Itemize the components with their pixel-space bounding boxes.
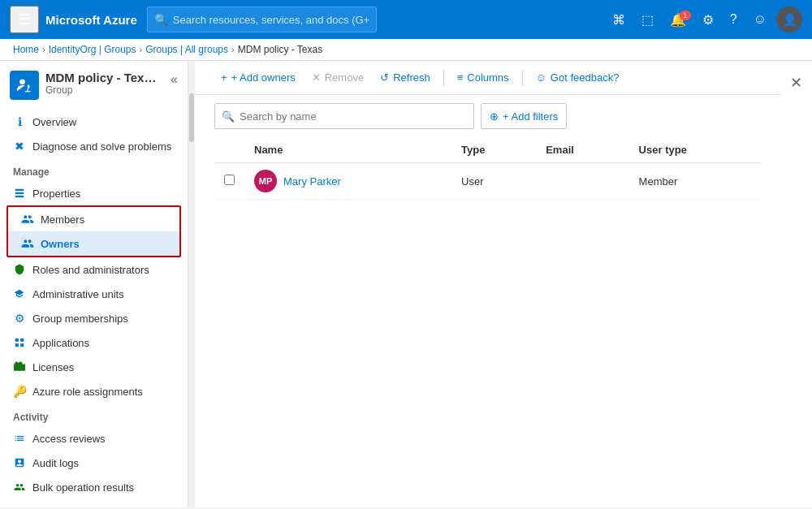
- row-checkbox[interactable]: [224, 175, 235, 185]
- settings-button[interactable]: ⚙: [696, 9, 720, 31]
- app-logo: Microsoft Azure: [45, 13, 137, 27]
- columns-label: Columns: [467, 71, 508, 84]
- refresh-button[interactable]: ↺ Refresh: [374, 67, 437, 88]
- add-filter-button[interactable]: ⊕ + Add filters: [481, 103, 567, 129]
- breadcrumb-home[interactable]: Home: [13, 44, 39, 55]
- user-name-cell: MP Mary Parker: [254, 170, 442, 192]
- admin-units-icon: [13, 287, 26, 300]
- sidebar-item-members-label: Members: [41, 214, 84, 226]
- portal-settings-button[interactable]: ⬚: [635, 9, 660, 31]
- sidebar-item-bulk-results-label: Bulk operation results: [32, 481, 134, 494]
- manage-section-label: Manage: [0, 158, 188, 181]
- cloud-shell-icon: ⌘: [612, 12, 625, 28]
- search-box[interactable]: 🔍: [214, 103, 474, 129]
- table-header-row: Name Type Email User type: [214, 137, 761, 163]
- svg-rect-6: [15, 343, 19, 347]
- highlighted-nav-group: Members Owners: [6, 205, 181, 257]
- group-memberships-icon: ⚙: [13, 312, 26, 325]
- sidebar-scrollbar[interactable]: [188, 61, 195, 507]
- sidebar-item-roles[interactable]: Roles and administrators: [0, 257, 188, 282]
- close-button[interactable]: ✕: [787, 71, 806, 95]
- feedback-button[interactable]: ☺: [747, 9, 773, 30]
- svg-rect-2: [15, 192, 24, 194]
- feedback-face-icon: ☺: [536, 71, 546, 84]
- feedback-icon: ☺: [754, 12, 767, 27]
- filter-icon: ⊕: [490, 110, 499, 123]
- sidebar-item-applications[interactable]: Applications: [0, 330, 188, 355]
- table-row: MP Mary Parker User Member: [214, 163, 761, 200]
- sidebar-item-overview[interactable]: ℹ Overview: [0, 110, 188, 134]
- remove-button[interactable]: ✕ Remove: [305, 67, 370, 88]
- breadcrumb-sep-1: ›: [42, 45, 45, 54]
- close-panel: ✕: [780, 61, 812, 507]
- access-reviews-icon: [13, 432, 26, 445]
- sidebar-item-properties-label: Properties: [32, 188, 80, 200]
- azure-roles-icon: 🔑: [13, 385, 26, 398]
- cloud-shell-button[interactable]: ⌘: [606, 9, 632, 31]
- sidebar-item-azure-roles-label: Azure role assignments: [32, 386, 143, 398]
- sidebar-item-overview-label: Overview: [32, 116, 76, 128]
- table-area: Name Type Email User type: [195, 137, 780, 507]
- breadcrumb-sep-3: ›: [231, 45, 235, 54]
- notifications-button[interactable]: 🔔 1: [663, 9, 693, 31]
- user-name-link[interactable]: Mary Parker: [283, 175, 341, 188]
- info-icon: ℹ: [13, 115, 26, 128]
- toolbar-divider-2: [522, 70, 523, 86]
- sidebar-item-azure-roles[interactable]: 🔑 Azure role assignments: [0, 379, 188, 403]
- sidebar-item-admin-units[interactable]: Administrative units: [0, 282, 188, 306]
- remove-icon: ✕: [312, 71, 321, 84]
- sidebar-item-group-memberships-label: Group memberships: [32, 313, 128, 325]
- table-cell-email: [536, 163, 628, 200]
- sidebar-item-group-memberships[interactable]: ⚙ Group memberships: [0, 306, 188, 330]
- add-icon: +: [221, 71, 227, 84]
- breadcrumb-all-groups[interactable]: Groups | All groups: [145, 44, 228, 55]
- owners-icon: [21, 237, 34, 250]
- sidebar-scrollbar-thumb[interactable]: [189, 93, 194, 142]
- sidebar-item-owners[interactable]: Owners: [8, 231, 179, 256]
- tool-icon: ✖: [13, 140, 26, 153]
- user-avatar-circle: MP: [254, 170, 277, 192]
- add-filter-label: + Add filters: [503, 110, 558, 123]
- add-owners-button[interactable]: + + Add owners: [214, 67, 302, 88]
- table-header-type: Type: [451, 137, 536, 163]
- remove-label: Remove: [325, 71, 364, 84]
- sidebar-item-properties[interactable]: Properties: [0, 181, 188, 205]
- refresh-label: Refresh: [393, 71, 430, 84]
- sidebar-item-licenses-label: Licenses: [32, 361, 74, 373]
- user-avatar[interactable]: 👤: [776, 6, 802, 32]
- hamburger-menu-button[interactable]: ☰: [10, 6, 39, 33]
- content-toolbar: + + Add owners ✕ Remove ↺ Refresh ≡ Colu…: [195, 61, 780, 95]
- feedback-button[interactable]: ☺ Got feedback?: [529, 67, 626, 88]
- sidebar-item-access-reviews[interactable]: Access reviews: [0, 426, 188, 451]
- columns-button[interactable]: ≡ Columns: [451, 67, 516, 88]
- properties-icon: [13, 187, 26, 200]
- sidebar-resource-icon: [10, 71, 39, 100]
- search-input[interactable]: [240, 110, 467, 123]
- sidebar-item-bulk-results[interactable]: Bulk operation results: [0, 475, 188, 499]
- members-icon: [21, 213, 34, 226]
- sidebar-item-diagnose-label: Diagnose and solve problems: [32, 140, 171, 153]
- notification-badge: 1: [680, 11, 691, 20]
- sidebar: MDM policy - Texas | Owners Group « ℹ Ov…: [0, 61, 188, 507]
- help-icon: ?: [730, 12, 737, 27]
- help-button[interactable]: ?: [723, 9, 744, 30]
- sidebar-collapse-button[interactable]: «: [167, 71, 181, 88]
- global-search-input[interactable]: [173, 14, 369, 26]
- table-header-name: Name: [244, 137, 451, 163]
- table-cell-type: User: [451, 163, 536, 200]
- portal-settings-icon: ⬚: [641, 12, 654, 28]
- sidebar-item-members[interactable]: Members: [8, 207, 179, 231]
- user-initials: MP: [259, 176, 273, 186]
- global-search-box[interactable]: 🔍: [147, 6, 377, 32]
- sidebar-item-audit-logs[interactable]: Audit logs: [0, 451, 188, 475]
- breadcrumb-identity-org[interactable]: IdentityOrg | Groups: [49, 44, 136, 55]
- top-nav: ☰ Microsoft Azure 🔍 ⌘ ⬚ 🔔 1 ⚙ ? ☺ 👤: [0, 0, 812, 39]
- table-header-user-type: User type: [629, 137, 761, 163]
- svg-rect-3: [15, 196, 24, 197]
- table-cell-checkbox[interactable]: [214, 163, 244, 200]
- breadcrumb-current: MDM policy - Texas: [238, 44, 322, 55]
- breadcrumb: Home › IdentityOrg | Groups › Groups | A…: [0, 39, 812, 61]
- sidebar-item-licenses[interactable]: Licenses: [0, 355, 188, 379]
- top-nav-icons: ⌘ ⬚ 🔔 1 ⚙ ? ☺ 👤: [606, 6, 802, 32]
- sidebar-item-diagnose[interactable]: ✖ Diagnose and solve problems: [0, 134, 188, 158]
